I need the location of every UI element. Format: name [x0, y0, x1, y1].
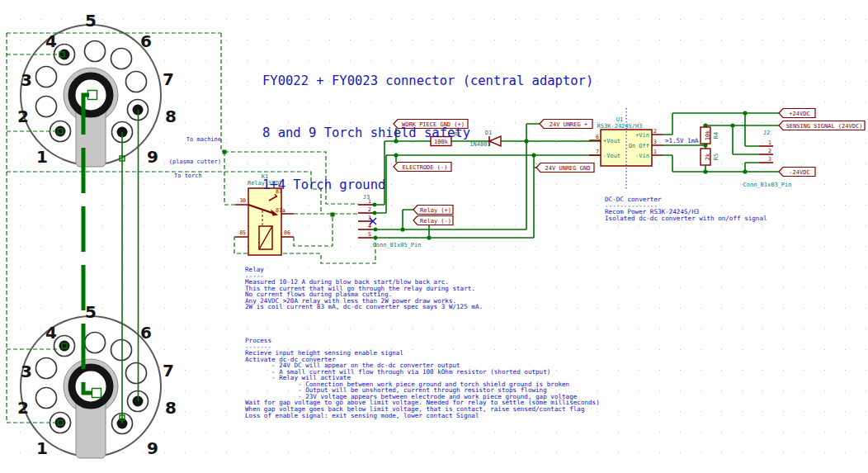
- pin-number-9: 9: [147, 438, 158, 458]
- net-label-sensing-signal: SENSING SIGNAL (24VDC): [779, 121, 865, 130]
- machine-connector-drawing: 123456789: [17, 11, 177, 167]
- pin-number-4: 4: [45, 31, 57, 51]
- title-line-1: FY0022 + FY0023 connector (central adapt…: [262, 73, 593, 90]
- pin-number-6: 6: [140, 31, 152, 51]
- onoff-hint: >1.5V 1mA: [665, 137, 699, 144]
- r5-value: 2k: [705, 153, 711, 160]
- r4-value: 10k: [705, 130, 711, 140]
- pin-number-5: 5: [85, 11, 97, 31]
- note-line: Relay: [245, 267, 483, 273]
- net-label-plus-24vdc: +24VDC: [779, 109, 815, 118]
- r5-reference: R5: [713, 154, 719, 160]
- note-line: Loss of enable signal: exit sensing mode…: [245, 413, 600, 419]
- pin-number-3: 3: [21, 70, 32, 90]
- pin-contact-1: [55, 126, 66, 137]
- pin-hole-6: [111, 49, 132, 69]
- u1-pin-number-1: 1: [653, 149, 657, 155]
- pin-number-1: 1: [768, 140, 771, 146]
- pin-hole-6: [111, 340, 132, 361]
- pin-number-1: 1: [36, 438, 48, 458]
- keyway-ring: [72, 76, 110, 114]
- pin-number-5: 5: [85, 302, 97, 322]
- schematic-title: FY0022 + FY0023 connector (central adapt…: [262, 38, 593, 229]
- j2-reference: J2: [763, 130, 770, 136]
- torch-connector-drawing: 123456789: [17, 302, 177, 458]
- pin-hole-3: [36, 358, 57, 379]
- connector-j2: J2 123 Conn_01x03_Pin: [743, 130, 791, 188]
- u1-value: RS3K-2424S/H3: [597, 123, 643, 130]
- note-line: Isolated dc-dc converter with on/off sig…: [605, 215, 767, 222]
- j2-value: Conn_01x03_Pin: [743, 182, 791, 188]
- u1-pin-number-6: 6: [596, 134, 599, 140]
- title-line-3: 1+4 Torch ground: [262, 177, 593, 194]
- relay-pin-86: 86: [284, 229, 290, 236]
- pin-number-1: 1: [36, 147, 48, 167]
- pin-hole-2: [36, 388, 57, 409]
- pin-hole-5: [85, 333, 106, 353]
- u1-pin-name-2: +Vin: [635, 132, 649, 139]
- u1-pin-name-7: -Vout: [603, 153, 620, 159]
- u1-pin-name-1: -Vin: [635, 153, 649, 159]
- pin-contact-1: [55, 418, 66, 428]
- pin-number-7: 7: [163, 361, 174, 381]
- note-line: 2W is coil current 83 mA, dc-dc converte…: [245, 304, 483, 310]
- pin-number-2: 2: [17, 106, 29, 126]
- relay-pin-85: 85: [239, 229, 246, 236]
- pin-number-6: 6: [140, 323, 152, 343]
- u1-pin-number-2: 2: [653, 128, 657, 135]
- pin-number-2: 2: [17, 398, 29, 418]
- pin-number-4: 4: [45, 323, 57, 343]
- to-torch-label: To torch: [174, 173, 202, 180]
- keyway-ring: [72, 367, 110, 405]
- pin-number-3: 3: [768, 156, 771, 163]
- resistor-r4: 10k R4: [701, 127, 719, 144]
- pin-hole-5: [85, 41, 106, 62]
- schematic-canvas: 123456789 123456789: [0, 0, 868, 473]
- pin-hole-7: [126, 363, 147, 384]
- process-note: Process-------Recieve input height sensi…: [245, 338, 600, 419]
- net-label-minus-24vdc: -24VDC: [779, 168, 815, 177]
- pin-number-5: 5: [368, 231, 371, 238]
- net-label-text: SENSING SIGNAL (24VDC): [786, 123, 863, 130]
- j3-value: Conn_01x05_Pin: [372, 242, 421, 248]
- title-line-2: 8 and 9 Torch shield safety: [262, 125, 593, 142]
- resistor-r5: 2k R5: [701, 149, 719, 165]
- pin-number-3: 3: [21, 362, 32, 381]
- net-label-text: -24VDC: [789, 169, 809, 176]
- r4-reference: R4: [713, 132, 719, 139]
- relay-pin-30: 30: [239, 197, 246, 204]
- pin-hole-2: [36, 97, 57, 117]
- net-label-text: +24VDC: [789, 111, 809, 117]
- u1-pin-name-3: On Off: [629, 143, 649, 149]
- u1-reference: U1: [616, 116, 623, 123]
- u1-pin-name-6: +Vout: [603, 138, 620, 144]
- pin-hole-7: [126, 72, 147, 92]
- note-line: Process: [245, 338, 600, 344]
- pin-contact-4: [59, 341, 70, 352]
- dcdc-converter-u1: U1 RS3K-2424S/H3 6+Vout7-Vout2+Vin3On Of…: [589, 108, 663, 190]
- u1-pin-number-3: 3: [653, 139, 657, 145]
- pin-number-8: 8: [165, 398, 177, 418]
- dcdc-note: DC-DC converter--------------Recom Power…: [605, 196, 767, 221]
- u1-pin-number-7: 7: [596, 149, 599, 155]
- pin-number-2: 2: [768, 148, 771, 154]
- relay-note: Relay-----Measured 10-12 A during blow b…: [245, 267, 483, 310]
- pin-hole-3: [36, 67, 57, 88]
- pin-number-7: 7: [163, 69, 174, 89]
